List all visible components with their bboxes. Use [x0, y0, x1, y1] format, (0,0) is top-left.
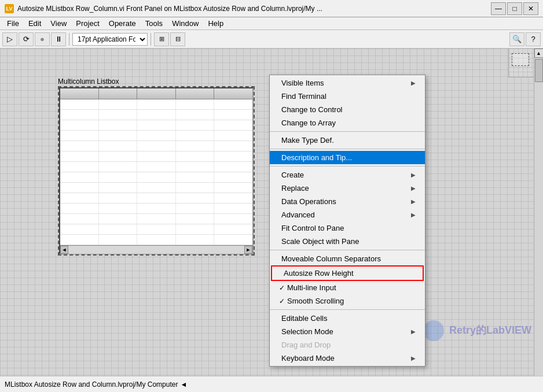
menu-bar: File Edit View Project Operate Tools Win…: [0, 17, 543, 30]
watermark-text: Retry的LabVIEW: [449, 324, 531, 336]
table-row: [60, 204, 252, 214]
ctx-make-type-def[interactable]: Make Type Def.: [270, 134, 425, 147]
main-area: Multicolumn Listbox: [0, 49, 543, 376]
table-row: [60, 172, 252, 183]
menu-operate[interactable]: Operate: [104, 18, 141, 29]
status-bar: MListbox Autosize Row and Column.lvproj/…: [0, 376, 543, 392]
menu-help[interactable]: Help: [203, 18, 228, 29]
ctx-smooth-scrolling[interactable]: ✓ Smooth Scrolling: [270, 294, 425, 308]
menu-window[interactable]: Window: [167, 18, 203, 29]
ctx-find-terminal[interactable]: Find Terminal: [270, 90, 425, 103]
selection-mode-label: Selection Mode: [281, 327, 333, 336]
ctx-multiline-input[interactable]: ✓ Multi-line Input: [270, 281, 425, 294]
ctx-autosize-row[interactable]: Autosize Row Height: [272, 267, 423, 280]
align-button[interactable]: ⊞: [154, 32, 169, 46]
abort-button[interactable]: ●: [35, 32, 50, 46]
arrow-icon: ▶: [411, 212, 416, 218]
ctx-sep-3: [270, 166, 425, 167]
listbox-container: Multicolumn Listbox: [58, 77, 255, 256]
table-row: [60, 224, 252, 235]
menu-file[interactable]: File: [2, 18, 24, 29]
search-button[interactable]: 🔍: [509, 32, 524, 46]
canvas-scrollbar[interactable]: ▲: [534, 49, 543, 376]
window-controls: — □ ✕: [491, 2, 538, 15]
scroll-left-btn[interactable]: ◄: [60, 246, 68, 254]
listbox-body: [60, 99, 252, 245]
sep1: [69, 33, 69, 46]
scroll-right-btn[interactable]: ►: [244, 246, 252, 254]
window-title: Autosize MListbox Row_Column.vi Front Pa…: [17, 5, 322, 13]
run-continuously-button[interactable]: ⟳: [19, 32, 34, 46]
table-row: [60, 131, 252, 141]
ctx-sep-2: [270, 149, 425, 149]
listbox-scrollbar[interactable]: ◄ ►: [60, 245, 252, 253]
scroll-up-btn[interactable]: ▲: [534, 49, 544, 58]
ctx-data-operations[interactable]: Data Operations ▶: [270, 195, 425, 208]
header-cell-3: [137, 88, 176, 99]
ctx-drag-drop: Drag and Drop: [270, 338, 425, 352]
ctx-change-to-array[interactable]: Change to Array: [270, 116, 425, 130]
status-arrow-icon: ◄: [180, 380, 187, 389]
ctx-selection-mode[interactable]: Selection Mode ▶: [270, 325, 425, 338]
ctx-sep-5: [270, 309, 425, 310]
table-row: [60, 110, 252, 120]
watermark: Retry的LabVIEW: [423, 320, 531, 341]
arrow-icon: ▶: [411, 185, 416, 191]
header-cell-4: [176, 88, 215, 99]
ctx-visible-items[interactable]: Visible Items ▶: [270, 76, 425, 90]
ctx-replace[interactable]: Replace ▶: [270, 182, 425, 195]
listbox-label: Multicolumn Listbox: [58, 77, 255, 86]
front-panel-canvas: Multicolumn Listbox: [0, 49, 543, 376]
header-cell-5: [214, 88, 252, 99]
table-row: [60, 214, 252, 224]
arrow-icon: ▶: [411, 355, 416, 361]
arrow-icon: ▶: [411, 198, 416, 205]
table-row: [60, 99, 252, 110]
table-row: [60, 183, 252, 193]
run-arrow-button[interactable]: ▷: [2, 32, 17, 46]
close-button[interactable]: ✕: [523, 2, 538, 15]
ctx-moveable-col[interactable]: Moveable Column Separators: [270, 252, 425, 265]
table-row: [60, 162, 252, 172]
help-button[interactable]: ?: [526, 32, 541, 46]
maximize-button[interactable]: □: [507, 2, 522, 15]
table-row: [60, 151, 252, 162]
ctx-advanced[interactable]: Advanced ▶: [270, 208, 425, 221]
table-row: [60, 235, 252, 245]
context-menu: Visible Items ▶ Find Terminal Change to …: [269, 75, 425, 367]
menu-view[interactable]: View: [46, 18, 71, 29]
sep2: [151, 33, 151, 46]
table-row: [60, 120, 252, 131]
multicolumn-listbox[interactable]: ◄ ►: [59, 87, 254, 254]
pause-button[interactable]: ⏸: [51, 32, 66, 46]
scroll-track[interactable]: [68, 246, 244, 254]
toolbar: ▷ ⟳ ● ⏸ 17pt Application Font ⊞ ⊟ 🔍 ?: [0, 30, 543, 49]
header-cell-1: [60, 88, 99, 99]
listbox-header: [60, 88, 252, 99]
ctx-fit-control[interactable]: Fit Control to Pane: [270, 221, 425, 235]
ctx-keyboard-mode[interactable]: Keyboard Mode ▶: [270, 352, 425, 365]
arrow-icon: ▶: [411, 80, 416, 86]
table-row: [60, 141, 252, 151]
ctx-sep-1: [270, 131, 425, 132]
arrow-icon: ▶: [411, 172, 416, 178]
font-select[interactable]: 17pt Application Font: [72, 33, 148, 46]
table-row: [60, 193, 252, 204]
arrow-icon: ▶: [411, 328, 416, 335]
menu-project[interactable]: Project: [71, 18, 104, 29]
scroll-thumb[interactable]: [535, 59, 543, 82]
minimize-button[interactable]: —: [491, 2, 506, 15]
ctx-sep-4: [270, 250, 425, 250]
app-icon: LV: [5, 4, 14, 13]
ctx-description-tip[interactable]: Description and Tip...: [270, 151, 425, 164]
listbox-dashed-border: ◄ ►: [58, 86, 255, 256]
ctx-editable-cells[interactable]: Editable Cells: [270, 312, 425, 325]
ctx-change-to-control[interactable]: Change to Control: [270, 103, 425, 116]
ctx-create[interactable]: Create ▶: [270, 168, 425, 182]
distribute-button[interactable]: ⊟: [170, 32, 185, 46]
title-bar: LV Autosize MListbox Row_Column.vi Front…: [0, 0, 543, 17]
ctx-scale-object[interactable]: Scale Object with Pane: [270, 235, 425, 248]
menu-tools[interactable]: Tools: [141, 18, 167, 29]
status-project-path: MListbox Autosize Row and Column.lvproj/…: [5, 380, 178, 389]
menu-edit[interactable]: Edit: [24, 18, 46, 29]
